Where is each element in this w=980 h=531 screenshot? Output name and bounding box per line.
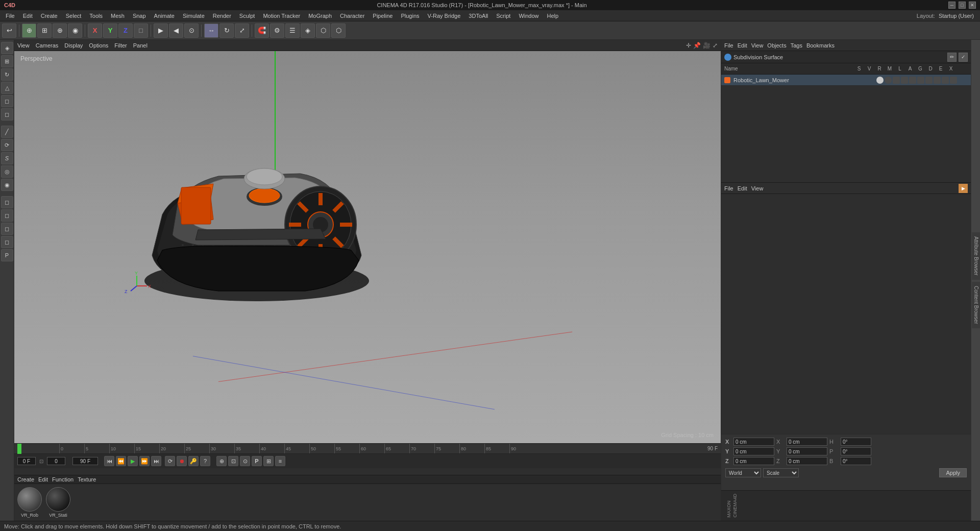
material-item-vrrob[interactable]: VR_Rob xyxy=(17,487,42,518)
viewport-menu-cameras[interactable]: Cameras xyxy=(36,42,59,49)
playback-extra-button[interactable]: ≡ xyxy=(275,456,285,466)
apply-button[interactable]: Apply xyxy=(939,468,967,477)
flag-m[interactable] xyxy=(901,77,908,84)
left-tool-sculpt[interactable]: ◻ xyxy=(1,196,13,208)
menu-plugins[interactable]: Plugins xyxy=(397,12,423,20)
viewport-menu-filter[interactable]: Filter xyxy=(114,42,127,49)
left-tool-extrude[interactable]: ◻ xyxy=(1,95,13,107)
scale-mode-dropdown[interactable]: Scale Size xyxy=(763,468,799,477)
left-tool-spline[interactable]: ◉ xyxy=(1,179,13,191)
viewport-icon-camera[interactable]: 🎥 xyxy=(703,42,710,49)
tool-xyz[interactable]: □ xyxy=(134,23,148,38)
menu-mesh[interactable]: Mesh xyxy=(107,12,128,20)
attr-side-tab[interactable]: ▶ xyxy=(959,184,968,193)
obj-menu-edit[interactable]: Edit xyxy=(738,42,747,49)
left-tool-circle[interactable]: ◎ xyxy=(1,165,13,178)
playback-motion-button[interactable]: ⊕ xyxy=(216,456,227,466)
viewport-icon-crosshair[interactable]: ✛ xyxy=(686,42,691,49)
obj-btn-check[interactable]: ✓ xyxy=(959,53,968,62)
left-tool-scale[interactable]: △ xyxy=(1,82,13,94)
loop-button[interactable]: ⟳ xyxy=(165,456,175,466)
left-tool-knife[interactable]: ╱ xyxy=(1,126,13,138)
goto-end-button[interactable]: ⏭ xyxy=(151,456,161,466)
autokey-button[interactable]: 🔑 xyxy=(188,456,199,466)
left-tool-camera[interactable]: ◻ xyxy=(1,223,13,235)
left-tool-s[interactable]: S xyxy=(1,152,13,164)
obj-menu-view[interactable]: View xyxy=(751,42,764,49)
tool-object[interactable]: ⬡ xyxy=(331,23,346,38)
side-tab-content-browser[interactable]: Content Browser xyxy=(972,282,980,328)
undo-button[interactable]: ↩ xyxy=(2,23,16,38)
menu-pipeline[interactable]: Pipeline xyxy=(369,12,396,20)
flag-l[interactable] xyxy=(909,77,916,84)
playback-keys-button[interactable]: ⊡ xyxy=(228,456,238,466)
viewport-icon-pin[interactable]: 📌 xyxy=(693,42,701,49)
menu-render[interactable]: Render xyxy=(209,12,235,20)
viewport-menu-display[interactable]: Display xyxy=(64,42,83,49)
viewport-icon-fullscreen[interactable]: ⤢ xyxy=(713,42,718,49)
flag-x[interactable] xyxy=(950,77,957,84)
left-tool-rotate[interactable]: ↻ xyxy=(1,68,13,81)
menu-tools[interactable]: Tools xyxy=(86,12,106,20)
tool-edges[interactable]: ⊕ xyxy=(53,23,67,38)
frame-current-input[interactable] xyxy=(17,457,36,465)
viewport-menu-panel[interactable]: Panel xyxy=(133,42,148,49)
side-tab-attribute-browser[interactable]: Attribute Browser xyxy=(972,232,980,280)
tool-grid[interactable]: ☰ xyxy=(285,23,300,38)
tool-render[interactable]: ▶ xyxy=(154,23,168,38)
menu-edit[interactable]: Edit xyxy=(19,12,36,20)
menu-animate[interactable]: Animate xyxy=(151,12,178,20)
left-tool-light[interactable]: ◻ xyxy=(1,236,13,248)
menu-window[interactable]: Window xyxy=(515,12,542,20)
playback-anim-button[interactable]: ⊙ xyxy=(240,456,250,466)
material-menu-function[interactable]: Function xyxy=(52,476,74,482)
coord-z-size-input[interactable] xyxy=(787,457,827,465)
coord-y-pos-input[interactable] xyxy=(733,447,774,455)
tool-scale[interactable]: ⤢ xyxy=(235,23,249,38)
coord-z-pos-input[interactable] xyxy=(733,457,774,465)
flag-e[interactable] xyxy=(942,77,949,84)
material-menu-edit[interactable]: Edit xyxy=(38,476,48,482)
playback-grid-button[interactable]: ⊞ xyxy=(263,456,274,466)
goto-start-button[interactable]: ⏮ xyxy=(104,456,114,466)
flag-d[interactable] xyxy=(934,77,941,84)
obj-btn-edit[interactable]: ✏ xyxy=(947,53,957,62)
menu-mograph[interactable]: MoGraph xyxy=(305,12,335,20)
menu-select[interactable]: Select xyxy=(62,12,85,20)
menu-snap[interactable]: Snap xyxy=(129,12,150,20)
menu-character[interactable]: Character xyxy=(336,12,368,20)
frame-max-input[interactable] xyxy=(72,457,98,465)
tool-points[interactable]: ⊞ xyxy=(37,23,52,38)
material-menu-create[interactable]: Create xyxy=(17,476,34,482)
flag-r[interactable] xyxy=(893,77,900,84)
play-button[interactable]: ▶ xyxy=(128,456,138,466)
tool-z-axis[interactable]: Z xyxy=(118,23,133,38)
tool-ipr[interactable]: ◀ xyxy=(169,23,183,38)
menu-create[interactable]: Create xyxy=(37,12,61,20)
attr-menu-edit[interactable]: Edit xyxy=(738,185,747,191)
menu-script[interactable]: Script xyxy=(493,12,514,20)
prev-frame-button[interactable]: ⏪ xyxy=(116,456,126,466)
frame-keyframe-input[interactable] xyxy=(47,457,65,465)
tool-model[interactable]: ⊕ xyxy=(22,23,36,38)
menu-vraybridge[interactable]: V-Ray Bridge xyxy=(424,12,464,20)
attr-menu-file[interactable]: File xyxy=(724,185,733,191)
menu-help[interactable]: Help xyxy=(544,12,562,20)
coord-h-input[interactable] xyxy=(841,438,871,446)
obj-menu-bookmarks[interactable]: Bookmarks xyxy=(806,42,835,49)
menu-3dtoall[interactable]: 3DToAll xyxy=(465,12,492,20)
left-tool-extrude2[interactable]: ◻ xyxy=(1,108,13,120)
coord-x-pos-input[interactable] xyxy=(733,438,774,446)
record-button[interactable]: ⏺ xyxy=(177,456,187,466)
tool-y-axis[interactable]: Y xyxy=(103,23,117,38)
viewport-menu-view[interactable]: View xyxy=(17,42,30,49)
tool-rotate[interactable]: ↻ xyxy=(219,23,234,38)
flag-g[interactable] xyxy=(925,77,933,84)
left-tool-select[interactable]: ◈ xyxy=(1,42,13,54)
coord-x-size-input[interactable] xyxy=(787,438,827,446)
flag-a[interactable] xyxy=(917,77,924,84)
menu-simulate[interactable]: Simulate xyxy=(179,12,208,20)
coord-system-dropdown[interactable]: World Object Screen xyxy=(725,468,761,477)
next-frame-button[interactable]: ⏩ xyxy=(139,456,150,466)
tool-move[interactable]: ↔ xyxy=(204,23,218,38)
